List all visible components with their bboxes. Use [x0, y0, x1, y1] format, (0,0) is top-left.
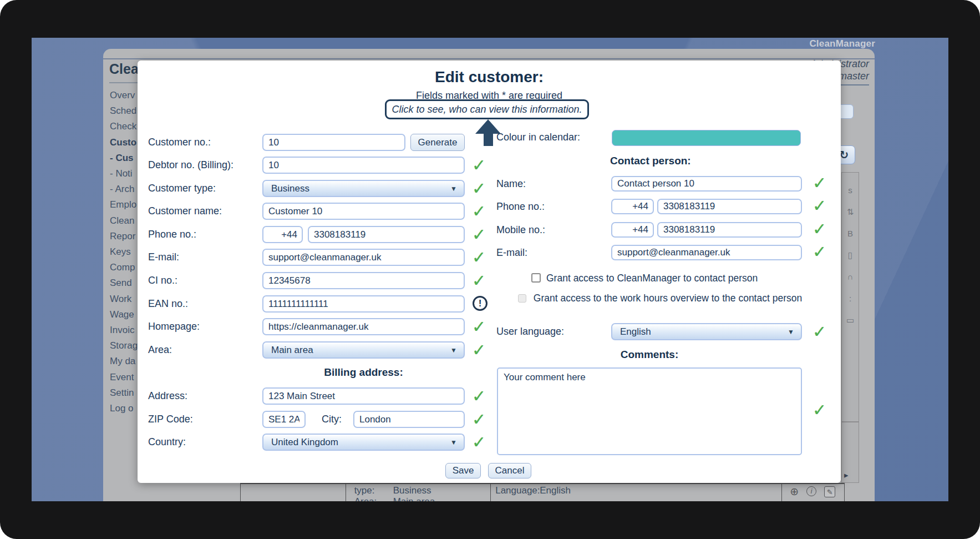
edit-pencil-icon[interactable]: ✎ — [824, 486, 835, 497]
refresh-icon: ↻ — [840, 148, 849, 162]
contact-person-heading: Contact person: — [610, 155, 691, 167]
country-label: Country: — [148, 434, 186, 451]
chevron-down-icon: ▼ — [788, 328, 794, 336]
summary-language-label: Language: — [495, 485, 540, 496]
valid-check-icon: ✓ — [813, 402, 826, 419]
contact-mobile-label: Mobile no.: — [496, 222, 545, 238]
contact-name-input[interactable] — [611, 176, 802, 192]
user-language-value: English — [620, 326, 651, 337]
country-select[interactable]: United Kingdom ▼ — [262, 434, 465, 451]
valid-check-icon: ✓ — [813, 244, 826, 260]
billing-address-heading: Billing address: — [262, 366, 465, 379]
contact-name-label: Name: — [496, 176, 526, 192]
customer-type-value: Business — [271, 183, 309, 194]
email-input[interactable] — [262, 249, 465, 266]
contact-email-label: E-mail: — [496, 245, 527, 260]
arrow-up-icon — [475, 119, 501, 146]
toolbar-glyph: ▭ — [846, 316, 854, 324]
phone-input[interactable] — [308, 226, 465, 243]
calendar-colour-swatch[interactable] — [612, 130, 801, 146]
phone-label: Phone no.: — [148, 226, 196, 243]
contact-phone-input[interactable] — [657, 199, 802, 214]
brand-logo: CleanManager — [809, 38, 875, 49]
page-header-band — [103, 49, 875, 59]
summary-language-value: English — [540, 485, 571, 496]
summary-cell-language: Language: English — [491, 484, 782, 501]
chevron-down-icon: ▼ — [450, 185, 457, 193]
address-label: Address: — [148, 387, 187, 405]
valid-check-icon: ✓ — [472, 203, 486, 220]
customer-summary-row: type: Business Area: Main area Language:… — [240, 483, 845, 501]
edit-customer-dialog: Edit customer: Fields marked with * are … — [138, 61, 841, 483]
contact-mobile-prefix-input[interactable] — [611, 222, 654, 238]
customer-type-select[interactable]: Business ▼ — [262, 180, 465, 197]
valid-check-icon: ✓ — [472, 226, 486, 243]
address-input[interactable] — [262, 387, 465, 405]
grant-hours-label: Grant access to the work hours overview … — [529, 292, 806, 304]
summary-type-value: Business — [393, 485, 431, 496]
contact-email-input[interactable] — [611, 245, 802, 260]
country-value: United Kingdom — [271, 437, 338, 448]
homepage-input[interactable] — [262, 318, 465, 335]
privacy-info-button[interactable]: Click to see, who can view this informat… — [385, 99, 589, 119]
grant-access-checkbox[interactable] — [531, 273, 541, 283]
screenshot-canvas: CleanManager CleanManager Overv Sched Ch… — [0, 0, 980, 539]
chevron-down-icon: ▼ — [450, 346, 457, 354]
homepage-label: Homepage: — [148, 318, 200, 335]
summary-area-value: Main area — [393, 496, 435, 501]
email-label: E-mail: — [148, 249, 179, 266]
valid-check-icon: ✓ — [813, 198, 826, 214]
customer-name-input[interactable] — [262, 203, 465, 220]
valid-check-icon: ✓ — [472, 342, 486, 359]
warning-icon: ! — [473, 296, 488, 311]
valid-check-icon: ✓ — [813, 221, 826, 238]
customer-type-label: Customer type: — [148, 180, 216, 197]
zip-label: ZIP Code: — [148, 411, 193, 428]
phone-prefix-input[interactable] — [262, 226, 303, 243]
grant-hours-checkbox[interactable] — [518, 294, 526, 303]
city-input[interactable] — [353, 411, 465, 428]
generate-button[interactable]: Generate — [410, 134, 465, 151]
summary-cell-actions: ⊕ i ✎ — [782, 484, 844, 501]
comments-textarea[interactable]: Your comment here — [497, 367, 802, 455]
contact-phone-label: Phone no.: — [496, 199, 545, 214]
contact-phone-prefix-input[interactable] — [611, 199, 654, 214]
summary-cell-type: type: Business Area: Main area — [346, 484, 491, 501]
toolbar-glyph: ▯ — [848, 251, 852, 259]
valid-check-icon: ✓ — [813, 175, 826, 192]
summary-type-label: type: — [354, 485, 393, 496]
toolbar-glyph: ∩ — [847, 273, 854, 281]
grant-access-label: Grant access to CleanManager to contact … — [546, 273, 758, 284]
ean-no-input[interactable] — [262, 295, 465, 313]
info-icon[interactable]: i — [806, 486, 816, 496]
zip-input[interactable] — [262, 411, 306, 428]
valid-check-icon: ✓ — [472, 411, 486, 428]
toolbar-glyph: : — [849, 294, 851, 303]
debtor-no-input[interactable] — [262, 157, 465, 174]
area-select[interactable]: Main area ▼ — [262, 341, 465, 359]
contact-mobile-input[interactable] — [657, 222, 802, 238]
globe-icon[interactable]: ⊕ — [790, 486, 799, 497]
valid-check-icon: ✓ — [472, 180, 486, 197]
area-label: Area: — [148, 341, 172, 359]
toolbar-glyph: B — [847, 229, 853, 238]
customer-no-input[interactable] — [262, 134, 405, 151]
side-toolbar: s ⇅ B ▯ ∩ : ▭ — [841, 172, 859, 422]
dialog-title: Edit customer: — [138, 68, 841, 86]
customer-name-label: Customer name: — [148, 203, 222, 220]
toolbar-glyph: ⇅ — [847, 208, 854, 216]
debtor-no-label: Debtor no. (Billing): — [148, 157, 233, 174]
cancel-button[interactable]: Cancel — [488, 463, 531, 478]
customer-no-label: Customer no.: — [148, 134, 211, 151]
window-frame: CleanManager CleanManager Overv Sched Ch… — [0, 0, 980, 539]
ci-no-input[interactable] — [262, 272, 465, 289]
valid-check-icon: ✓ — [472, 434, 486, 451]
valid-check-icon: ✓ — [472, 273, 486, 289]
user-language-select[interactable]: English ▼ — [611, 323, 802, 340]
valid-check-icon: ✓ — [472, 249, 486, 266]
save-button[interactable]: Save — [445, 463, 481, 478]
ean-no-label: EAN no.: — [148, 295, 188, 313]
city-label: City: — [322, 411, 342, 428]
calendar-colour-label: Colour in calendar: — [496, 129, 580, 145]
summary-cell-empty — [241, 484, 346, 501]
